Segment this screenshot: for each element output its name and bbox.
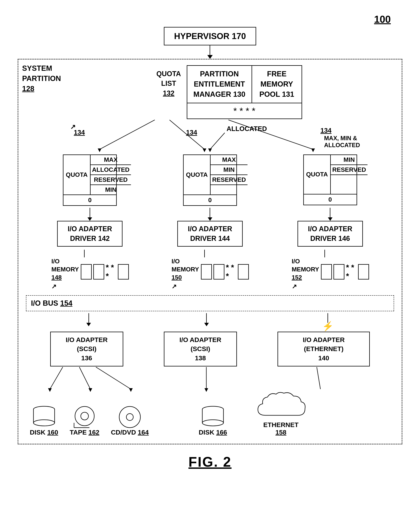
io-adapter-scsi-2: I/O ADAPTER (SCSI) 138 [164,332,237,366]
svg-line-19 [96,367,131,389]
svg-text:MAX, MIN &: MAX, MIN & [324,135,357,141]
svg-line-0 [100,120,155,149]
quota-list-label: QUOTA LIST 132 [156,69,181,98]
device-connection-lines [26,366,394,393]
svg-marker-1 [98,148,101,152]
free-memory-pool-box: FREE MEMORY POOL 131 [252,65,302,103]
ethernet-device-158: ETHERNET 158 [254,390,308,436]
svg-text:ALLOCATED: ALLOCATED [324,142,360,148]
system-partition-label: SYSTEM PARTITION 128 [22,63,61,94]
quota-entry-1: QUOTA MAX ALLOCATED RESERVED MIN 0 [63,154,117,206]
svg-text:134: 134 [320,127,331,134]
hypervisor-row: HYPERVISOR 170 [164,27,256,59]
svg-marker-9 [208,148,212,152]
io-bus-row: I/O BUS 154 [26,295,394,311]
disk-device-160: DISK 160 [30,405,58,436]
quota-entry-2: QUOTA MAX MIN RESERVED 0 [183,154,237,206]
partition-entitlement-manager-box: PARTITION ENTITLEMENT MANAGER 130 [187,65,252,103]
hypervisor-box: HYPERVISOR 170 [164,27,256,46]
quota-entry-3: QUOTA MIN RESERVED 0 [303,154,357,205]
io-adapter-ethernet: I/O ADAPTER (ETHERNET) 140 [278,332,370,366]
io-adapter-scsi-1: I/O ADAPTER (SCSI) 136 [50,332,123,366]
io-adapter-driver-2: I/O ADAPTER DRIVER 144 [177,221,243,247]
svg-point-39 [202,420,224,426]
io-adapter-driver-1: I/O ADAPTER DRIVER 142 [57,221,122,247]
svg-marker-16 [48,388,52,392]
diagram-wrapper: 100 HYPERVISOR 170 SYSTEM PARTITION 128 … [0,8,420,476]
figure-label: FIG. 2 [188,454,232,470]
svg-marker-11 [311,148,315,152]
tape-device-162: TAPE 162 [70,405,99,436]
disk-device-166: DISK 166 [199,405,227,436]
connection-lines-top: 134 ↗ 134 ALLOCATED 134 MAX, MIN & ALLOC… [26,119,394,158]
svg-point-34 [126,414,133,420]
cddvd-device-164: CD/DVD 164 [111,405,149,436]
svg-text:↗: ↗ [70,123,75,130]
top-ref-number: 100 [18,14,402,25]
stars-row: * * * * [187,103,302,119]
svg-text:134: 134 [186,129,197,136]
svg-line-15 [50,367,63,389]
svg-line-23 [317,367,320,389]
svg-marker-5 [203,148,206,152]
svg-line-17 [79,367,90,389]
svg-line-10 [228,120,313,149]
svg-marker-20 [129,388,133,392]
svg-line-8 [210,133,225,149]
io-adapter-driver-3: I/O ADAPTER DRIVER 146 [298,221,363,247]
system-partition-box: SYSTEM PARTITION 128 QUOTA LIST 132 PART… [18,59,402,444]
svg-point-30 [81,412,89,420]
svg-point-28 [33,420,55,426]
svg-marker-18 [89,388,92,392]
svg-marker-22 [204,388,208,392]
